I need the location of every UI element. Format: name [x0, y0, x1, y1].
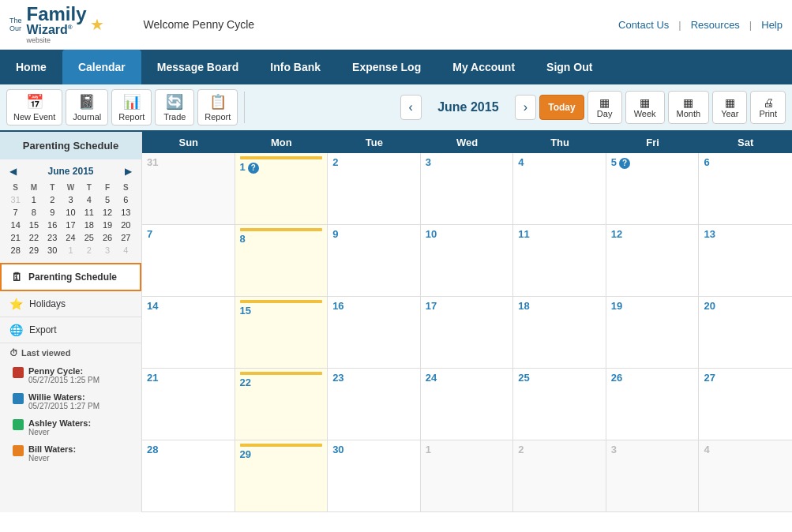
contact-us-link[interactable]: Contact Us	[618, 19, 669, 31]
mini-cal-day[interactable]: 21	[6, 231, 24, 244]
mini-cal-day[interactable]: 4	[80, 193, 98, 206]
mini-cal-day[interactable]: 6	[117, 193, 135, 206]
trade-button[interactable]: 🔄 Trade	[155, 89, 194, 126]
calendar-cell[interactable]: 13	[699, 225, 792, 296]
mini-cal-day[interactable]: 15	[24, 219, 43, 231]
calendar-cell[interactable]: 27	[699, 369, 792, 440]
mini-cal-day[interactable]: 10	[62, 206, 80, 219]
last-viewed-item[interactable]: Penny Cycle:05/27/2015 1:25 PM	[0, 362, 141, 388]
today-button[interactable]: Today	[539, 95, 584, 120]
mini-cal-day[interactable]: 2	[80, 244, 98, 257]
week-view-button[interactable]: ▦ Week	[625, 91, 665, 124]
mini-cal-day[interactable]: 5	[98, 193, 116, 206]
mini-cal-day[interactable]: 20	[117, 219, 135, 231]
last-viewed-item[interactable]: Willie Waters:05/27/2015 1:27 PM	[0, 388, 141, 414]
mini-cal-day[interactable]: 18	[80, 219, 98, 231]
calendar-cell[interactable]: 20	[699, 297, 792, 368]
calendar-cell[interactable]: 6	[699, 153, 792, 224]
mini-cal-day[interactable]: 14	[6, 219, 24, 231]
calendar-cell[interactable]: 9	[328, 225, 421, 296]
nav-expense-log[interactable]: Expense Log	[336, 50, 437, 84]
nav-home[interactable]: Home	[0, 50, 62, 84]
mini-cal-day[interactable]: 3	[62, 193, 80, 206]
sidebar-item-holidays[interactable]: ⭐ Holidays	[0, 291, 141, 317]
calendar-cell[interactable]: 24	[421, 369, 514, 440]
prev-month-button[interactable]: ‹	[400, 95, 422, 120]
last-viewed-item[interactable]: Bill Waters:Never	[0, 440, 141, 466]
mini-cal-day[interactable]: 13	[117, 206, 135, 219]
calendar-cell[interactable]: 7	[142, 225, 235, 296]
mini-cal-day[interactable]: 8	[24, 206, 43, 219]
mini-cal-day[interactable]: 1	[24, 193, 43, 206]
mini-cal-day[interactable]: 2	[43, 193, 62, 206]
last-viewed-item[interactable]: Ashley Waters:Never	[0, 414, 141, 440]
mini-cal-day[interactable]: 16	[43, 219, 62, 231]
mini-cal-day[interactable]: 22	[24, 231, 43, 244]
calendar-cell[interactable]: 30	[328, 440, 421, 511]
calendar-cell[interactable]: 25	[513, 369, 606, 440]
mini-cal-day[interactable]: 1	[62, 244, 80, 257]
mini-prev-button[interactable]: ◀	[6, 166, 20, 177]
calendar-cell[interactable]: 4	[513, 153, 606, 224]
calendar-cell[interactable]: 15	[235, 297, 328, 368]
calendar-cell[interactable]: 16	[328, 297, 421, 368]
calendar-cell[interactable]: 3	[421, 153, 514, 224]
calendar-cell[interactable]: 4	[699, 440, 792, 511]
year-view-button[interactable]: ▦ Year	[712, 91, 747, 124]
sidebar-item-export[interactable]: 🌐 Export	[0, 317, 141, 343]
mini-cal-day[interactable]: 29	[24, 244, 43, 257]
mini-cal-day[interactable]: 19	[98, 219, 116, 231]
next-month-button[interactable]: ›	[515, 95, 536, 120]
calendar-cell[interactable]: 2	[513, 440, 606, 511]
calendar-cell[interactable]: 22	[235, 369, 328, 440]
nav-info-bank[interactable]: Info Bank	[254, 50, 336, 84]
mini-cal-day[interactable]: 4	[117, 244, 135, 257]
mini-cal-day[interactable]: 27	[117, 231, 135, 244]
mini-cal-day[interactable]: 24	[62, 231, 80, 244]
calendar-cell[interactable]: 21	[142, 369, 235, 440]
mini-cal-day[interactable]: 31	[6, 193, 24, 206]
mini-cal-day[interactable]: 26	[98, 231, 116, 244]
help-link[interactable]: Help	[761, 19, 783, 31]
report2-button[interactable]: 📋 Report	[197, 89, 238, 126]
calendar-cell[interactable]: 17	[421, 297, 514, 368]
calendar-cell[interactable]: 3	[606, 440, 700, 511]
mini-cal-day[interactable]: 28	[6, 244, 24, 257]
journal-button[interactable]: 📓 Journal	[66, 89, 108, 126]
day-view-button[interactable]: ▦ Day	[587, 91, 622, 124]
nav-calendar[interactable]: Calendar	[62, 50, 141, 84]
calendar-cell[interactable]: 11	[513, 225, 606, 296]
mini-cal-day[interactable]: 9	[43, 206, 62, 219]
calendar-cell[interactable]: 10	[421, 225, 514, 296]
calendar-cell[interactable]: 31	[142, 153, 235, 224]
resources-link[interactable]: Resources	[691, 19, 740, 31]
report1-button[interactable]: 📊 Report	[111, 89, 152, 126]
calendar-cell[interactable]: 14	[142, 297, 235, 368]
mini-cal-day[interactable]: 25	[80, 231, 98, 244]
mini-cal-day[interactable]: 17	[62, 219, 80, 231]
calendar-cell[interactable]: 26	[606, 369, 700, 440]
calendar-cell[interactable]: 5?	[606, 153, 700, 224]
question-mark-icon[interactable]: ?	[248, 163, 259, 174]
calendar-cell[interactable]: 1?	[235, 153, 328, 224]
calendar-cell[interactable]: 29	[235, 440, 328, 511]
calendar-cell[interactable]: 28	[142, 440, 235, 511]
nav-sign-out[interactable]: Sign Out	[531, 50, 608, 84]
mini-cal-day[interactable]: 7	[6, 206, 24, 219]
calendar-cell[interactable]: 2	[328, 153, 421, 224]
mini-cal-day[interactable]: 12	[98, 206, 116, 219]
nav-message-board[interactable]: Message Board	[141, 50, 254, 84]
calendar-cell[interactable]: 18	[513, 297, 606, 368]
mini-next-button[interactable]: ▶	[122, 166, 135, 177]
calendar-cell[interactable]: 19	[606, 297, 700, 368]
calendar-cell[interactable]: 12	[606, 225, 700, 296]
new-event-button[interactable]: 📅 New Event	[6, 89, 62, 126]
mini-cal-day[interactable]: 3	[98, 244, 116, 257]
month-view-button[interactable]: ▦ Month	[668, 91, 710, 124]
calendar-cell[interactable]: 23	[328, 369, 421, 440]
calendar-cell[interactable]: 1	[421, 440, 514, 511]
nav-my-account[interactable]: My Account	[437, 50, 531, 84]
question-mark-icon[interactable]: ?	[619, 158, 630, 169]
calendar-cell[interactable]: 8	[235, 225, 328, 296]
mini-cal-day[interactable]: 30	[43, 244, 62, 257]
